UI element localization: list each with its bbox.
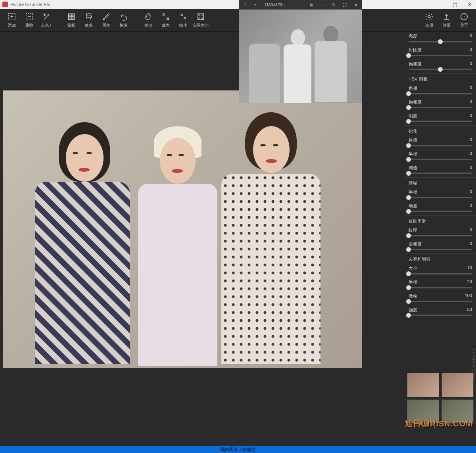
colorize-button[interactable]: 上色！ (38, 10, 56, 30)
slider-track[interactable] (409, 301, 472, 302)
slider-track[interactable] (409, 69, 472, 70)
slider-track[interactable] (409, 121, 472, 122)
contract-icon (178, 12, 188, 21)
slider-label: 对比度 (409, 47, 422, 53)
hand-icon (144, 12, 153, 21)
slider-track[interactable] (409, 173, 472, 174)
slider-saturation[interactable]: 饱和度0 (405, 60, 476, 73)
slider-value: 50 (467, 307, 472, 313)
move-button[interactable]: 移动 (140, 10, 157, 30)
slider-amount[interactable]: 数值0 (405, 136, 476, 150)
zoomin-button[interactable]: 放大 (157, 10, 175, 30)
undo-button[interactable]: 恢复 (115, 10, 132, 30)
slider-thumb[interactable] (406, 233, 411, 238)
slider-thumb[interactable] (406, 119, 411, 124)
preview-window[interactable]: ⤴ ⫯ 1160×870:... 🗎 ⫞ ⇱ ⛶ ✕ (239, 0, 362, 103)
slider-thumb[interactable] (406, 195, 411, 200)
preview-pin-icon[interactable]: ⤴ (242, 3, 248, 7)
slider-contrast[interactable]: 对比度0 (405, 46, 476, 60)
slider-thresh[interactable]: 阈值0 (405, 163, 476, 177)
slider-track[interactable] (409, 315, 472, 316)
slider-brightness[interactable]: 亮度0 (405, 32, 476, 46)
preview-share-icon[interactable]: ⇱ (331, 3, 336, 7)
preview-fullscreen-icon[interactable]: ⛶ (342, 3, 347, 7)
slider-track[interactable] (409, 145, 472, 146)
slider-texture[interactable]: 纹理0 (405, 226, 476, 240)
slider-soft[interactable]: 柔和度0 (405, 240, 476, 253)
slider-track[interactable] (409, 287, 472, 288)
slider-value: 0 (470, 189, 472, 195)
minus-dashed-icon (25, 12, 34, 21)
slider-track[interactable] (409, 273, 472, 274)
tool-label: 添加 (8, 23, 16, 28)
options-button[interactable]: 选项 (420, 10, 438, 30)
preview-close-icon[interactable]: ✕ (353, 3, 359, 7)
slider-size[interactable]: 大小10 (405, 264, 476, 278)
slider-thumb[interactable] (438, 67, 443, 72)
slider-thumb[interactable] (406, 247, 411, 252)
slider-thumb[interactable] (406, 313, 411, 318)
restore-button[interactable]: 修复 (80, 10, 98, 30)
slider-value: 0 (470, 85, 472, 91)
slider-thumb[interactable] (406, 53, 411, 58)
slider-value: 0 (470, 137, 472, 143)
slider-track[interactable] (409, 197, 472, 198)
slider-label: 亮度 (409, 33, 417, 39)
slider-track[interactable] (409, 41, 472, 42)
gear-icon (424, 12, 434, 21)
slider-nr_amount[interactable]: 增量0 (405, 202, 476, 215)
thumbnail-2[interactable] (441, 373, 474, 397)
slider-val[interactable]: 明度0 (405, 111, 476, 125)
window-minimize-button[interactable]: — (436, 2, 444, 8)
preview-lock-icon[interactable]: ⫯ (252, 3, 258, 7)
slider-thumb[interactable] (406, 91, 411, 96)
brush-button[interactable]: 画笔 (98, 10, 115, 30)
zoomout-button[interactable]: 缩小 (175, 10, 192, 30)
tool-label: 恢复 (120, 23, 128, 28)
slider-label: 强度 (409, 307, 417, 313)
slider-track[interactable] (409, 107, 472, 108)
slider-value: 0 (470, 151, 472, 157)
add-button[interactable]: 添加 (3, 10, 21, 30)
slider-hue[interactable]: 色相0 (405, 84, 476, 98)
slider-radius[interactable]: 半径0 (405, 150, 476, 163)
slider-thumb[interactable] (438, 39, 443, 44)
slider-track[interactable] (409, 55, 472, 56)
slider-track[interactable] (409, 235, 472, 236)
thumbnail-4[interactable] (441, 399, 474, 424)
tool-label: 实际大小 (193, 23, 209, 28)
window-maximize-button[interactable]: ▢ (451, 2, 459, 8)
preview-fit-icon[interactable]: ⫞ (320, 3, 325, 7)
slider-track[interactable] (409, 159, 472, 160)
slider-thumb[interactable] (406, 271, 411, 276)
remove-button[interactable]: 删除 (21, 10, 38, 30)
slider-track[interactable] (409, 93, 472, 94)
main-canvas[interactable] (3, 90, 362, 368)
slider-thumb[interactable] (406, 143, 411, 148)
slider-nr_radius[interactable]: 半径0 (405, 188, 476, 202)
window-close-button[interactable]: ✕ (466, 2, 474, 8)
slider-track[interactable] (409, 211, 472, 212)
slider-thumb[interactable] (406, 171, 411, 176)
slider-eradius[interactable]: 半径20 (405, 278, 476, 292)
actual-button[interactable]: 实际大小 (192, 10, 209, 30)
slider-thumb[interactable] (406, 209, 411, 214)
register-button[interactable]: 注册 (438, 10, 455, 30)
slider-strength[interactable]: 强度50 (405, 305, 476, 319)
slider-thumb[interactable] (406, 105, 411, 110)
mask-button[interactable]: 蒙板 (63, 10, 80, 30)
slider-grain[interactable]: 微粒100 (405, 292, 476, 305)
tool-label: 删除 (25, 23, 33, 28)
status-text: 黑白图片上色成功 (221, 447, 255, 453)
thumbnail-1[interactable] (407, 373, 439, 397)
slider-thumb[interactable] (406, 157, 411, 162)
slider-thumb[interactable] (406, 299, 411, 304)
slider-track[interactable] (409, 249, 472, 250)
about-button[interactable]: 关于 (455, 10, 473, 30)
slider-sat2[interactable]: 饱和度0 (405, 98, 476, 111)
thumbnail-3[interactable] (407, 399, 439, 424)
slider-thumb[interactable] (406, 285, 411, 290)
slider-value: 10 (467, 265, 472, 271)
upload-icon (442, 12, 451, 21)
preview-doc-icon[interactable]: 🗎 (309, 3, 314, 7)
